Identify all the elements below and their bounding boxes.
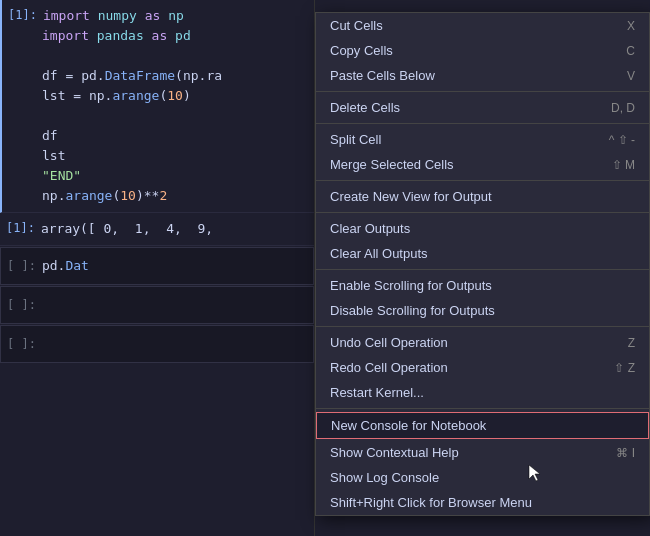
menu-item-label-shift-right-click: Shift+Right Click for Browser Menu [330, 495, 532, 510]
menu-item-label-cut-cells: Cut Cells [330, 18, 383, 33]
menu-separator [316, 408, 649, 409]
menu-item-paste-cells-below[interactable]: Paste Cells BelowV [316, 63, 649, 88]
cell-1-line-9: "END" [42, 166, 314, 186]
cell-1-indent [2, 26, 42, 30]
menu-item-shortcut-paste-cells-below: V [627, 69, 635, 83]
menu-item-show-contextual-help[interactable]: Show Contextual Help⌘ I [316, 440, 649, 465]
cell-2-text: pd.Dat [42, 256, 313, 276]
cell-3[interactable]: [ ]: [0, 286, 314, 324]
menu-item-new-console[interactable]: New Console for Notebook [316, 412, 649, 439]
menu-item-label-disable-scrolling: Disable Scrolling for Outputs [330, 303, 495, 318]
menu-item-disable-scrolling[interactable]: Disable Scrolling for Outputs [316, 298, 649, 323]
menu-item-split-cell[interactable]: Split Cell^ ⇧ - [316, 127, 649, 152]
menu-separator [316, 180, 649, 181]
output-1: [1]: array([ 0, 1, 4, 9, [0, 213, 314, 246]
menu-item-label-new-console: New Console for Notebook [331, 418, 486, 433]
cell-1-line-2: import pandas as pd [42, 26, 314, 46]
menu-item-shortcut-redo-cell: ⇧ Z [614, 361, 635, 375]
cell-2[interactable]: [ ]: pd.Dat [0, 247, 314, 285]
menu-item-cut-cells[interactable]: Cut CellsX [316, 13, 649, 38]
cell-1-line-1: import numpy as np [43, 6, 314, 26]
cell-1[interactable]: [1]: import numpy as np import pandas as… [0, 0, 314, 213]
cell-1-line-7: df [42, 126, 314, 146]
menu-item-label-delete-cells: Delete Cells [330, 100, 400, 115]
menu-item-clear-all-outputs[interactable]: Clear All Outputs [316, 241, 649, 266]
menu-item-restart-kernel[interactable]: Restart Kernel... [316, 380, 649, 405]
cell-1-line-8: lst [42, 146, 314, 166]
cell-1-number: [1]: [2, 6, 43, 24]
output-1-text: array([ 0, 1, 4, 9, [41, 219, 314, 239]
menu-item-delete-cells[interactable]: Delete CellsD, D [316, 95, 649, 120]
menu-item-label-clear-outputs: Clear Outputs [330, 221, 410, 236]
menu-item-merge-selected-cells[interactable]: Merge Selected Cells⇧ M [316, 152, 649, 177]
cell-4[interactable]: [ ]: [0, 325, 314, 363]
output-1-number: [1]: [0, 219, 41, 237]
menu-item-label-show-contextual-help: Show Contextual Help [330, 445, 459, 460]
menu-item-redo-cell[interactable]: Redo Cell Operation⇧ Z [316, 355, 649, 380]
context-menu: Cut CellsXCopy CellsCPaste Cells BelowVD… [315, 12, 650, 516]
menu-item-shift-right-click[interactable]: Shift+Right Click for Browser Menu [316, 490, 649, 515]
menu-item-undo-cell[interactable]: Undo Cell OperationZ [316, 330, 649, 355]
cell-1-line-10: np.arange(10)**2 [42, 186, 314, 206]
cell-3-number: [ ]: [1, 296, 42, 314]
menu-separator [316, 91, 649, 92]
menu-item-label-clear-all-outputs: Clear All Outputs [330, 246, 428, 261]
menu-item-label-undo-cell: Undo Cell Operation [330, 335, 448, 350]
menu-item-shortcut-split-cell: ^ ⇧ - [609, 133, 635, 147]
cell-4-number: [ ]: [1, 335, 42, 353]
menu-item-create-new-view[interactable]: Create New View for Output [316, 184, 649, 209]
menu-item-shortcut-show-contextual-help: ⌘ I [616, 446, 635, 460]
menu-item-label-paste-cells-below: Paste Cells Below [330, 68, 435, 83]
menu-item-label-merge-selected-cells: Merge Selected Cells [330, 157, 454, 172]
cell-1-line-4: df = pd.DataFrame(np.ra [42, 66, 314, 86]
menu-item-shortcut-merge-selected-cells: ⇧ M [612, 158, 635, 172]
menu-item-label-restart-kernel: Restart Kernel... [330, 385, 424, 400]
menu-item-show-log-console[interactable]: Show Log Console [316, 465, 649, 490]
menu-item-label-copy-cells: Copy Cells [330, 43, 393, 58]
menu-separator [316, 212, 649, 213]
menu-separator [316, 269, 649, 270]
cell-1-line-5: lst = np.arange(10) [42, 86, 314, 106]
cell-2-number: [ ]: [1, 257, 42, 275]
menu-item-clear-outputs[interactable]: Clear Outputs [316, 216, 649, 241]
menu-item-shortcut-undo-cell: Z [628, 336, 635, 350]
menu-item-shortcut-delete-cells: D, D [611, 101, 635, 115]
menu-separator [316, 123, 649, 124]
menu-item-copy-cells[interactable]: Copy CellsC [316, 38, 649, 63]
menu-item-label-show-log-console: Show Log Console [330, 470, 439, 485]
menu-item-shortcut-cut-cells: X [627, 19, 635, 33]
menu-separator [316, 326, 649, 327]
menu-item-label-create-new-view: Create New View for Output [330, 189, 492, 204]
code-editor: [1]: import numpy as np import pandas as… [0, 0, 315, 536]
menu-item-label-enable-scrolling: Enable Scrolling for Outputs [330, 278, 492, 293]
menu-item-enable-scrolling[interactable]: Enable Scrolling for Outputs [316, 273, 649, 298]
menu-item-label-split-cell: Split Cell [330, 132, 381, 147]
menu-item-label-redo-cell: Redo Cell Operation [330, 360, 448, 375]
menu-item-shortcut-copy-cells: C [626, 44, 635, 58]
